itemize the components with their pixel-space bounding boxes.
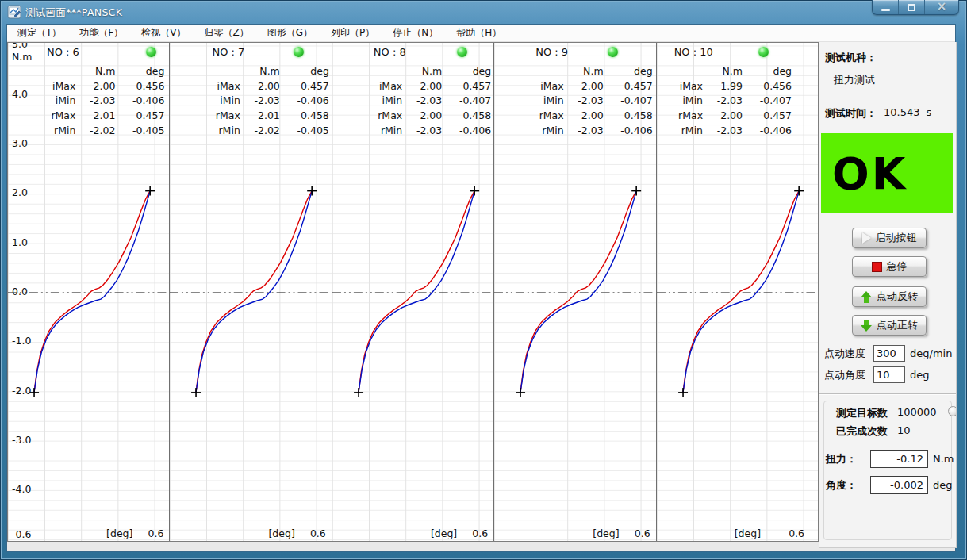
- value-nm: -2.03: [703, 94, 743, 109]
- column-header-deg: deg: [743, 64, 792, 79]
- column-header-nm: N.m: [402, 64, 442, 79]
- endpoint-marker: [470, 186, 479, 196]
- y-tick-label: -3.0: [12, 434, 31, 446]
- row-label: rMax: [366, 109, 402, 124]
- value-deg: 0.458: [442, 109, 491, 124]
- jog-speed-label: 点动速度: [824, 347, 873, 361]
- value-deg: 0.458: [280, 109, 329, 124]
- target-radio-button[interactable]: [948, 406, 957, 416]
- endpoint-marker: [678, 388, 688, 397]
- y-tick-label: -4.0: [12, 483, 31, 495]
- emergency-stop-label: 急停: [887, 259, 908, 274]
- x-axis-unit-label: [deg]: [593, 527, 619, 539]
- row-label: rMax: [39, 109, 75, 124]
- result-table: N.mdegiMax2.000.457iMin-2.03-0.407rMax2.…: [528, 64, 653, 139]
- row-label: iMax: [39, 79, 75, 94]
- arrow-up-icon: [861, 291, 872, 303]
- column-header-deg: deg: [442, 64, 491, 79]
- x-axis-unit-label: [deg]: [106, 527, 132, 539]
- value-deg: -0.407: [604, 94, 653, 109]
- menu-item-7[interactable]: 帮助（H）: [451, 25, 507, 41]
- row-label: rMax: [666, 109, 703, 124]
- value-nm: 2.00: [564, 79, 604, 94]
- endpoint-marker: [794, 186, 804, 196]
- forward-curve: [34, 191, 150, 393]
- value-deg: 0.456: [743, 79, 792, 94]
- status-led-icon: [758, 47, 769, 57]
- y-axis-unit-label: N.m: [12, 51, 33, 63]
- jog-forward-button[interactable]: 点动正转: [852, 315, 927, 336]
- value-nm: -2.03: [564, 124, 604, 139]
- menu-item-2[interactable]: 检视（V）: [136, 25, 191, 41]
- x-axis-unit-label: [deg]: [268, 527, 294, 539]
- column-header-nm: N.m: [703, 64, 743, 79]
- row-label: iMin: [204, 94, 240, 109]
- row-label: iMax: [528, 79, 564, 94]
- return-curve: [196, 191, 312, 393]
- value-nm: -2.03: [402, 94, 442, 109]
- test-time-label: 测试时间：: [825, 106, 877, 121]
- target-count-label: 测定目标数: [824, 406, 888, 420]
- endpoint-marker: [516, 388, 525, 397]
- table-spacer: [39, 64, 75, 79]
- done-count-label: 已完成次数: [824, 424, 888, 439]
- row-label: iMax: [366, 79, 402, 94]
- arrow-down-icon: [861, 320, 872, 332]
- row-label: rMin: [366, 124, 402, 139]
- menu-item-4[interactable]: 图形（G）: [262, 25, 318, 41]
- value-deg: 0.457: [115, 109, 164, 124]
- value-nm: -2.03: [703, 124, 743, 139]
- menu-item-6[interactable]: 停止（N）: [387, 25, 443, 41]
- y-tick-label: 1.0: [12, 236, 28, 248]
- x-axis-unit-label: [deg]: [431, 527, 457, 539]
- x-axis-max-label: 0.6: [635, 527, 650, 539]
- column-header-nm: N.m: [564, 64, 604, 79]
- value-nm: -2.03: [75, 94, 115, 109]
- machine-type-value: 扭力测试: [834, 73, 875, 87]
- endpoint-marker: [145, 186, 155, 196]
- column-header-deg: deg: [280, 64, 329, 79]
- row-label: rMin: [39, 124, 75, 139]
- window-title: 测试画面***PANSCK: [25, 6, 122, 20]
- forward-curve: [359, 191, 474, 393]
- torque-readout: -0.12: [870, 450, 928, 468]
- row-label: iMax: [204, 79, 240, 94]
- title-bar[interactable]: 测试画面***PANSCK ×: [0, 0, 967, 24]
- emergency-stop-button[interactable]: 急停: [852, 256, 927, 277]
- close-button[interactable]: ×: [925, 0, 958, 14]
- jog-reverse-button[interactable]: 点动反转: [852, 286, 927, 307]
- value-nm: -2.02: [75, 124, 115, 139]
- row-label: iMin: [366, 94, 402, 109]
- chart-region: NO : 6N.mdegiMax2.000.456iMin-2.03-0.406…: [7, 42, 819, 542]
- table-spacer: [204, 64, 240, 79]
- stop-icon: [872, 262, 882, 272]
- y-tick-label: 2.0: [12, 186, 28, 198]
- endpoint-marker: [631, 186, 641, 196]
- minimize-button[interactable]: [873, 0, 899, 14]
- return-curve: [359, 191, 474, 393]
- menu-item-0[interactable]: 测定（T）: [12, 25, 67, 41]
- value-nm: 2.00: [75, 79, 115, 94]
- result-table: N.mdegiMax2.000.457iMin-2.03-0.407rMax2.…: [366, 64, 491, 139]
- jog-angle-input[interactable]: [873, 366, 905, 383]
- value-nm: -2.03: [564, 94, 604, 109]
- menu-item-1[interactable]: 功能（F）: [74, 25, 129, 41]
- start-button[interactable]: 启动按钮: [852, 228, 927, 248]
- menu-item-5[interactable]: 列印（P）: [325, 25, 380, 41]
- jog-angle-unit: deg: [910, 369, 930, 381]
- station-panel-3: NO : 9N.mdegiMax2.000.457iMin-2.03-0.407…: [494, 43, 656, 541]
- value-deg: -0.405: [280, 124, 329, 139]
- column-header-deg: deg: [115, 64, 164, 79]
- forward-curve: [683, 191, 799, 393]
- value-deg: -0.405: [115, 124, 164, 139]
- value-deg: 0.458: [604, 109, 653, 124]
- maximize-button[interactable]: [899, 0, 925, 14]
- y-tick-label: 5.0: [12, 43, 28, 50]
- station-number: NO : 6: [47, 46, 79, 58]
- station-panel-2: NO : 8N.mdegiMax2.000.457iMin-2.03-0.407…: [332, 43, 494, 541]
- menu-item-3[interactable]: 归零（Z）: [198, 25, 254, 41]
- application-window: { "window": { "title": "测试画面***PANSCK", …: [0, 0, 967, 560]
- target-count-value: 100000: [897, 406, 937, 420]
- forward-curve: [520, 191, 636, 393]
- jog-speed-input[interactable]: [873, 345, 905, 362]
